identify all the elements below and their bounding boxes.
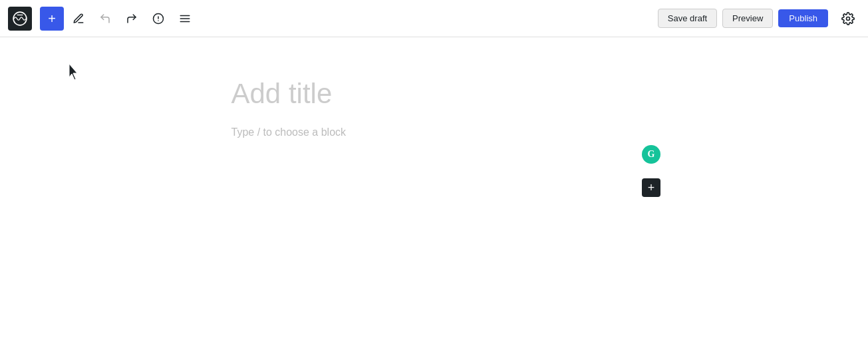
list-view-button[interactable] [173,7,197,31]
settings-button[interactable] [836,7,860,31]
preview-button[interactable]: Preview [722,9,773,28]
toolbar: + [0,0,868,37]
plus-icon: + [48,12,56,25]
redo-button[interactable] [120,7,144,31]
gear-icon [841,12,855,25]
add-block-button[interactable]: + [40,7,64,31]
tools-button[interactable] [67,7,90,31]
undo-icon [99,13,111,25]
editor-area: Add title Type / to choose a block G + [0,37,868,359]
svg-point-7 [847,17,850,20]
save-draft-button[interactable]: Save draft [658,9,717,28]
toolbar-right: Save draft Preview Publish [658,7,860,31]
publish-button[interactable]: Publish [778,9,828,27]
block-placeholder[interactable]: Type / to choose a block [231,126,347,138]
list-view-icon [179,13,191,25]
grammarly-icon[interactable]: G [642,145,660,164]
cursor [67,63,80,81]
wp-logo[interactable] [8,7,32,31]
editor-add-block-button[interactable]: + [642,178,660,197]
info-button[interactable] [146,7,170,31]
editor-plus-icon: + [648,182,655,194]
undo-button[interactable] [93,7,117,31]
editor-content: Add title Type / to choose a block [218,37,651,165]
redo-icon [126,13,138,25]
pencil-icon [72,13,84,25]
info-icon [152,13,164,25]
title-placeholder[interactable]: Add title [231,77,637,110]
